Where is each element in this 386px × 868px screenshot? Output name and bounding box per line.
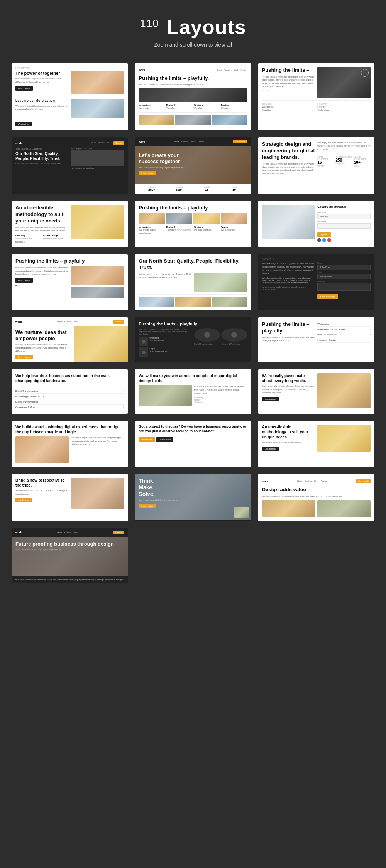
subtitle: Zoom and scroll down to view all xyxy=(0,42,386,48)
card-design-adds: work About Services Work Contact Get in … xyxy=(258,474,374,521)
card-passionate: We're really passionate about everything… xyxy=(258,369,374,414)
card-uber-flexible: An uber-flexible methodology to suit you… xyxy=(12,201,128,247)
card-pushing-limits-alt: Pushing the limits – For the last 15 yea… xyxy=(258,63,374,130)
card-help-brands: We help brands & businesses stand out in… xyxy=(12,369,128,414)
layouts-grid: LESS AMBITION The power of together We b… xyxy=(0,56,386,599)
card-pushing-dark: Pushing the limits – playfully. We help … xyxy=(135,317,251,362)
card-contact-form: CONTACT US We make digital the starting … xyxy=(258,254,374,310)
card-bring-perspective: Bring a new perspective to the tribe. Jo… xyxy=(12,474,128,521)
page-title: 110 Layouts xyxy=(0,15,386,39)
card-pushing-photos: Pushing the limits – playfully. Innovati… xyxy=(135,201,251,247)
card-create-account: Create an account Username john.doe Pass… xyxy=(258,201,374,247)
card-strategic: Strategic design and engineering for glo… xyxy=(258,137,374,194)
page-header: 110 Layouts Zoom and scroll down to view… xyxy=(0,0,386,56)
card-north-star-2: Our North Star: Quality. People. Flexibi… xyxy=(135,254,251,310)
card-pushing-2: Pushing the limits – playfully. We help … xyxy=(12,254,128,310)
card-pushing-limits-grid: work About Services Work Contact Pushing… xyxy=(135,63,251,130)
card-nurture: work About Services Work Contact We nurt… xyxy=(12,317,128,362)
card-build-award: We build award – winning digital experie… xyxy=(12,421,128,467)
card-north-star-dark: work About Services Work Contact The pow… xyxy=(12,137,128,194)
card-webdesign: Pushing the limits – playfully. We help … xyxy=(258,317,374,362)
card-uber-flexible-2: An uber-flexible methodology to suit you… xyxy=(258,421,374,467)
card-power-together: LESS AMBITION The power of together We b… xyxy=(12,63,128,130)
card-think-make: Think.Make.Solve. We create beautiful di… xyxy=(135,474,251,521)
card-project-discuss: Got a project to discuss? Do you have a … xyxy=(135,421,251,467)
card-future-proofing: work About Services Work Contact Future … xyxy=(12,528,128,583)
card-win-across: We will make you win across a couple of … xyxy=(135,369,251,414)
card-lets-create: work About Services Work Contact Get in … xyxy=(135,137,251,194)
